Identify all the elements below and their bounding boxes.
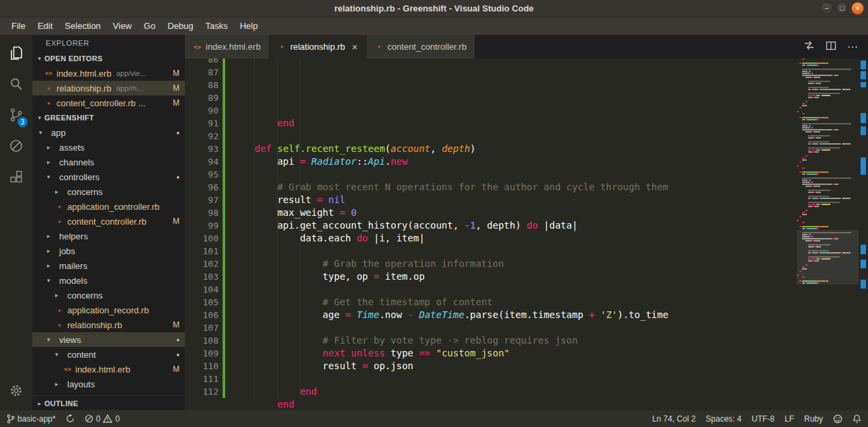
- menu-item-selection[interactable]: Selection: [58, 17, 106, 35]
- encoding-setting[interactable]: UTF-8: [752, 414, 775, 424]
- more-actions-icon[interactable]: ⋯: [847, 40, 859, 53]
- sync-button[interactable]: [66, 414, 75, 423]
- tree-folder-views[interactable]: ▾views●: [32, 332, 185, 347]
- line-number[interactable]: 91: [185, 117, 219, 130]
- code-line[interactable]: [232, 283, 668, 296]
- line-number[interactable]: 90: [185, 104, 219, 117]
- code-line[interactable]: next unless type == "custom_json": [232, 347, 668, 360]
- tree-folder-mailers[interactable]: ▸mailers: [32, 258, 185, 273]
- maximize-button[interactable]: □: [836, 2, 849, 15]
- code-line[interactable]: result = nil: [232, 194, 668, 206]
- line-number[interactable]: 104: [185, 283, 219, 296]
- close-button[interactable]: ×: [851, 2, 864, 15]
- code-line[interactable]: # Grab most recent N operations for the …: [232, 181, 668, 194]
- overview-ruler[interactable]: [859, 59, 868, 410]
- git-branch-status[interactable]: basic-app*: [7, 414, 56, 424]
- project-header[interactable]: ▾ GREENSHIFT: [32, 110, 185, 125]
- feedback-smiley-icon[interactable]: [833, 414, 842, 424]
- line-number[interactable]: 111: [185, 373, 219, 385]
- code-line[interactable]: [232, 168, 668, 181]
- tree-folder-assets[interactable]: ▸assets: [32, 140, 185, 155]
- language-mode[interactable]: Ruby: [804, 414, 823, 424]
- menu-item-debug[interactable]: Debug: [161, 17, 199, 35]
- tree-file-application-record-rb[interactable]: ●application_record.rb: [32, 303, 185, 317]
- code-line[interactable]: [232, 245, 668, 258]
- code-editor[interactable]: 8687888990919293949596979899100101102103…: [185, 59, 868, 410]
- line-number[interactable]: 109: [185, 347, 219, 360]
- code-line[interactable]: [232, 130, 668, 143]
- code-line[interactable]: # Get the timestamp of content: [232, 296, 668, 309]
- indentation-setting[interactable]: Spaces: 4: [706, 414, 742, 424]
- code-line[interactable]: max_weight = 0: [232, 206, 668, 219]
- line-number[interactable]: 87: [185, 66, 219, 79]
- code-line[interactable]: api.get_account_history(account, -1, dep…: [232, 219, 668, 232]
- settings-gear-icon[interactable]: [0, 375, 32, 406]
- code-line[interactable]: data.each do |i, item|: [232, 232, 668, 245]
- line-number[interactable]: 101: [185, 245, 219, 258]
- line-number[interactable]: 96: [185, 181, 219, 194]
- split-editor-icon[interactable]: [826, 40, 836, 54]
- line-number[interactable]: 102: [185, 258, 219, 270]
- outline-header[interactable]: ▸ OUTLINE: [32, 395, 185, 410]
- close-icon[interactable]: ×: [352, 42, 358, 52]
- open-editor-index-html-erb[interactable]: <>index.html.erbapp/vie...M: [32, 66, 185, 81]
- line-number[interactable]: 86: [185, 59, 219, 66]
- tree-file-content-controller-rb[interactable]: ●content_controller.rbM: [32, 214, 185, 229]
- tree-file-relationship-rb[interactable]: ●relationship.rbM: [32, 317, 185, 332]
- source-control-icon[interactable]: 3: [0, 100, 32, 130]
- menu-item-go[interactable]: Go: [138, 17, 161, 35]
- open-editor-content-controller-rb[interactable]: ●content_controller.rb ...M: [32, 95, 185, 110]
- code-line[interactable]: end: [232, 385, 668, 398]
- code-line[interactable]: api = Radiator::Api.new: [232, 155, 668, 168]
- cursor-position[interactable]: Ln 74, Col 2: [652, 414, 696, 424]
- tree-file-index-html-erb[interactable]: <>index.html.erbM: [32, 362, 185, 377]
- menu-item-file[interactable]: File: [5, 17, 32, 35]
- line-number[interactable]: 112: [185, 385, 219, 398]
- line-number[interactable]: 99: [185, 219, 219, 232]
- tree-folder-content[interactable]: ▾content●: [32, 347, 185, 362]
- code-line[interactable]: def self.recent_resteem(account, depth): [232, 143, 668, 155]
- line-number[interactable]: 89: [185, 91, 219, 104]
- tree-folder-channels[interactable]: ▸channels: [32, 155, 185, 169]
- tab-content-controller-rb[interactable]: ●content_controller.rb: [366, 35, 475, 59]
- tab-relationship-rb[interactable]: ●relationship.rb×: [270, 35, 366, 59]
- line-number[interactable]: 108: [185, 334, 219, 347]
- line-number[interactable]: 105: [185, 296, 219, 309]
- tree-folder-concerns[interactable]: ▸concerns: [32, 184, 185, 199]
- line-number[interactable]: 93: [185, 143, 219, 155]
- problems-status[interactable]: 0 0: [85, 414, 120, 424]
- tree-folder-models[interactable]: ▾models: [32, 273, 185, 288]
- extensions-icon[interactable]: [0, 161, 32, 192]
- code-line[interactable]: end: [232, 398, 668, 410]
- debug-icon[interactable]: [0, 130, 32, 161]
- line-number[interactable]: 92: [185, 130, 219, 143]
- code-line[interactable]: # Grab the operation information: [232, 258, 668, 270]
- minimize-button[interactable]: −: [820, 2, 833, 15]
- line-number[interactable]: 106: [185, 309, 219, 321]
- line-number[interactable]: 98: [185, 206, 219, 219]
- menu-item-help[interactable]: Help: [234, 17, 264, 35]
- search-icon[interactable]: [0, 69, 32, 100]
- tab-index-html-erb[interactable]: <>index.html.erb: [185, 35, 270, 59]
- code-line[interactable]: end: [232, 117, 668, 130]
- line-number[interactable]: 110: [185, 360, 219, 373]
- menu-item-view[interactable]: View: [107, 17, 138, 35]
- tree-folder-concerns[interactable]: ▸concerns: [32, 288, 185, 303]
- code-line[interactable]: # Filter by vote type -> reblog requires…: [232, 334, 668, 347]
- line-number[interactable]: 97: [185, 194, 219, 206]
- minimap[interactable]: [797, 59, 859, 410]
- explorer-icon[interactable]: [0, 38, 32, 69]
- open-editors-header[interactable]: ▾ OPEN EDITORS: [32, 51, 185, 66]
- tree-folder-jobs[interactable]: ▸jobs: [32, 243, 185, 258]
- line-number[interactable]: 88: [185, 79, 219, 91]
- line-number[interactable]: 94: [185, 155, 219, 168]
- tree-folder-helpers[interactable]: ▸helpers: [32, 229, 185, 243]
- code-line[interactable]: result = op.json: [232, 360, 668, 373]
- line-number[interactable]: 103: [185, 270, 219, 283]
- code-line[interactable]: [232, 373, 668, 385]
- line-number[interactable]: 100: [185, 232, 219, 245]
- menu-item-edit[interactable]: Edit: [32, 17, 58, 35]
- line-number[interactable]: 107: [185, 321, 219, 334]
- tree-folder-controllers[interactable]: ▾controllers●: [32, 169, 185, 184]
- code-line[interactable]: [232, 321, 668, 334]
